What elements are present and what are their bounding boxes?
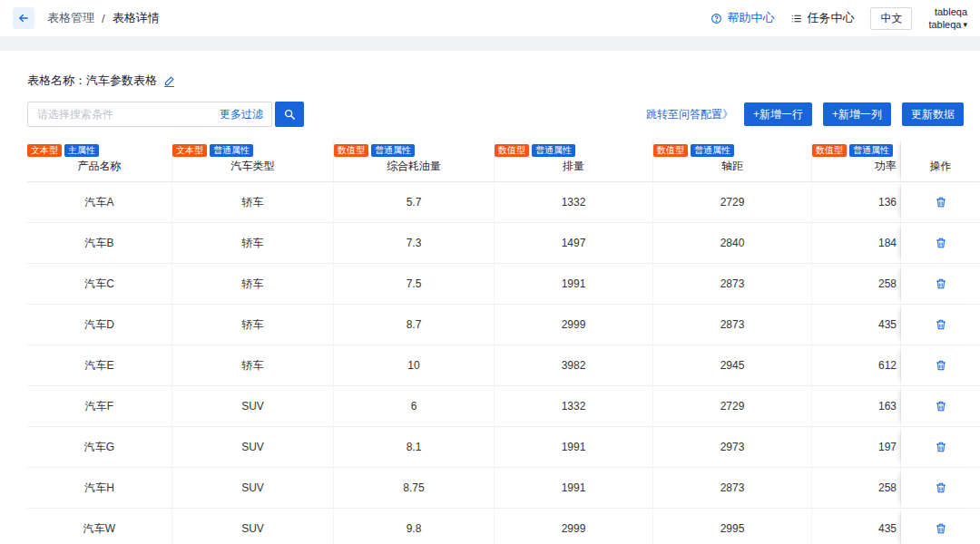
more-filter-link[interactable]: 更多过滤 (220, 107, 271, 122)
table-cell: 197 (812, 427, 901, 467)
delete-row-button[interactable] (935, 522, 947, 535)
table-cell: 8.75 (334, 468, 495, 508)
task-center-link[interactable]: 任务中心 (790, 10, 854, 26)
task-center-label: 任务中心 (807, 10, 854, 26)
data-table: 文本型主属性产品名称文本型普通属性汽车类型数值型普通属性综合耗油量数值型普通属性… (27, 140, 980, 544)
table-cell: 2973 (653, 427, 812, 467)
column-tags: 数值型普通属性 (495, 144, 575, 157)
update-data-button[interactable]: 更新数据 (902, 102, 964, 126)
user-name: tableqa (928, 18, 961, 31)
magnifier-icon (283, 108, 296, 121)
breadcrumb-table-management[interactable]: 表格管理 (47, 10, 94, 26)
table-row: 汽车FSUV613322729163 (27, 386, 980, 427)
table-header-row: 文本型主属性产品名称文本型普通属性汽车类型数值型普通属性综合耗油量数值型普通属性… (27, 140, 980, 182)
table-cell: 1332 (495, 386, 653, 426)
search-button[interactable] (275, 102, 304, 127)
delete-row-button[interactable] (935, 400, 947, 413)
table-cell: 汽车D (27, 305, 172, 345)
column-type-tag: 数值型 (812, 144, 847, 157)
table-cell: 184 (812, 223, 901, 263)
arrow-left-icon (17, 12, 30, 24)
column-name: 排量 (495, 159, 652, 174)
column-header: 数值型普通属性轴距 (653, 140, 812, 181)
column-attr-tag: 普通属性 (210, 144, 253, 157)
trash-icon (935, 277, 947, 290)
search-box: 更多过滤 (27, 102, 272, 127)
column-header: 数值型普通属性排量 (495, 140, 653, 181)
column-attr-tag: 普通属性 (691, 144, 734, 157)
breadcrumb-separator: / (102, 12, 105, 25)
add-column-button[interactable]: +新增一列 (823, 102, 891, 126)
table-cell: 435 (812, 509, 901, 544)
trash-icon (935, 237, 947, 249)
task-list-icon (790, 13, 802, 24)
table-cell: SUV (172, 386, 334, 426)
column-name: 轴距 (653, 159, 811, 174)
table-cell: 汽车H (27, 468, 172, 508)
help-center-label: 帮助中心 (727, 10, 774, 26)
table-cell: 1332 (495, 182, 653, 222)
delete-row-button[interactable] (935, 359, 947, 372)
delete-row-button[interactable] (935, 318, 947, 331)
table-cell: 612 (812, 345, 901, 385)
table-cell: 2873 (653, 305, 812, 345)
column-type-tag: 文本型 (27, 144, 62, 157)
table-row: 汽车B轿车7.314972840184 (27, 223, 980, 264)
row-actions-cell (901, 427, 980, 467)
column-header: 文本型主属性产品名称 (27, 140, 172, 181)
table-cell: 轿车 (172, 223, 334, 263)
language-button[interactable]: 中文 (870, 7, 912, 30)
column-type-tag: 数值型 (334, 144, 368, 157)
trash-icon (935, 522, 947, 535)
table-cell: SUV (172, 468, 334, 508)
content-card: 表格名称：汽车参数表格 更多过滤 跳转至问答配置》 +新增一行 +新增一列 更新… (0, 51, 980, 544)
table-cell: 3982 (495, 345, 653, 385)
table-cell: 轿车 (172, 182, 334, 222)
column-type-tag: 文本型 (172, 144, 207, 157)
table-body: 汽车A轿车5.713322729136汽车B轿车7.314972840184汽车… (27, 182, 980, 544)
table-cell: 汽车W (27, 509, 172, 544)
table-cell: 2873 (653, 468, 812, 508)
column-tags: 文本型主属性 (27, 144, 99, 157)
pencil-icon (163, 75, 175, 87)
delete-row-button[interactable] (935, 277, 947, 290)
column-header: 数值型普通属性功率 (812, 140, 901, 181)
row-actions-cell (901, 223, 980, 263)
column-name: 产品名称 (27, 159, 172, 174)
jump-qa-config-link[interactable]: 跳转至问答配置》 (646, 107, 733, 122)
search-input[interactable] (28, 108, 220, 121)
row-actions-cell (901, 264, 980, 304)
add-row-button[interactable]: +新增一行 (744, 102, 812, 126)
column-header: 数值型普通属性综合耗油量 (334, 140, 495, 181)
table-cell: 8.1 (334, 427, 495, 467)
help-center-link[interactable]: 帮助中心 (710, 10, 774, 26)
edit-table-name-icon[interactable] (163, 75, 175, 87)
caret-down-icon: ▾ (963, 18, 967, 31)
table-cell: 2873 (653, 264, 812, 304)
column-name: 功率 (812, 159, 900, 174)
table-cell: 2995 (653, 509, 812, 544)
table-title-row: 表格名称：汽车参数表格 (27, 51, 980, 89)
table-cell: 2840 (653, 223, 812, 263)
trash-icon (935, 481, 947, 494)
delete-row-button[interactable] (935, 237, 947, 249)
back-button[interactable] (13, 7, 34, 29)
delete-row-button[interactable] (935, 481, 947, 494)
row-actions-cell (901, 509, 980, 544)
column-tags: 数值型普通属性 (812, 144, 893, 157)
delete-row-button[interactable] (935, 196, 947, 209)
column-tags: 文本型普通属性 (172, 144, 253, 157)
delete-row-button[interactable] (935, 441, 947, 453)
trash-icon (935, 196, 947, 209)
topbar-right: 帮助中心 任务中心 中文 tableqa tableqa ▾ (710, 5, 967, 31)
table-row: 汽车A轿车5.713322729136 (27, 182, 980, 223)
table-cell: 8.7 (334, 305, 495, 345)
trash-icon (935, 318, 947, 331)
user-menu[interactable]: tableqa tableqa ▾ (928, 5, 967, 31)
column-name: 汽车类型 (172, 159, 333, 174)
table-cell: 136 (812, 182, 901, 222)
table-row: 汽车GSUV8.119912973197 (27, 427, 980, 468)
table-row: 汽车WSUV9.829992995435 (27, 509, 980, 544)
table-cell: 2999 (495, 305, 653, 345)
trash-icon (935, 359, 947, 372)
